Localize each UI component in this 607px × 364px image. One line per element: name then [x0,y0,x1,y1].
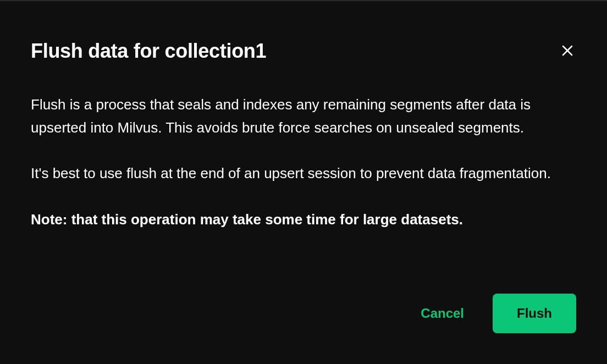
close-button[interactable] [559,42,576,61]
dialog-paragraph-1: Flush is a process that seals and indexe… [31,93,576,139]
dialog-footer: Cancel Flush [31,294,576,333]
flush-dialog: Flush data for collection1 Flush is a pr… [0,0,607,364]
dialog-body: Flush is a process that seals and indexe… [31,93,576,272]
cancel-button[interactable]: Cancel [414,301,471,326]
close-icon [561,44,574,59]
dialog-paragraph-2: It's best to use flush at the end of an … [31,162,576,185]
flush-button[interactable]: Flush [493,294,576,333]
dialog-title: Flush data for collection1 [31,40,266,63]
dialog-note: Note: that this operation may take some … [31,208,576,231]
dialog-header: Flush data for collection1 [31,40,576,63]
